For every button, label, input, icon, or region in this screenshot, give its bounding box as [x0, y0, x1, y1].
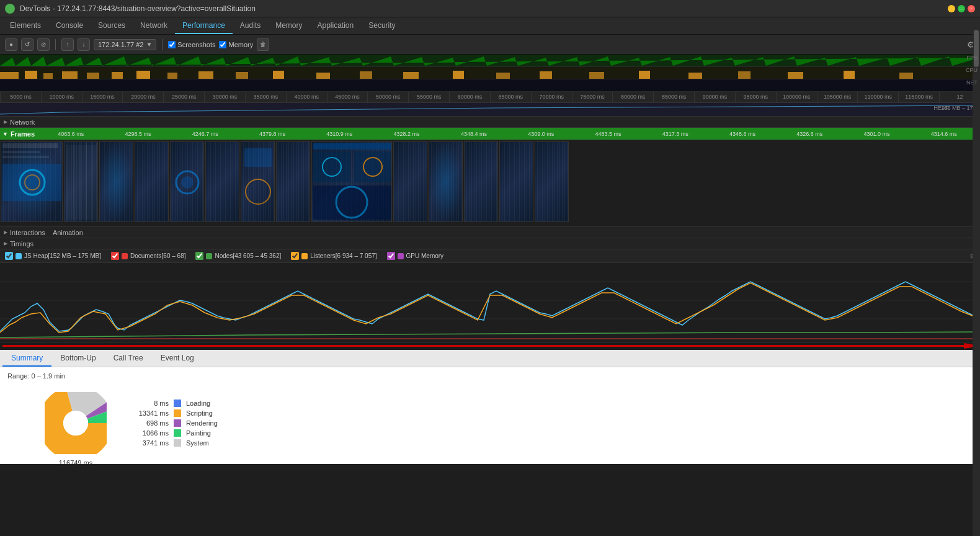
fps-graph	[0, 55, 980, 66]
tab-console[interactable]: Console	[48, 17, 91, 34]
frames-header: ▼ Frames 4063.6 ms 4298.5 ms 4246.7 ms 4…	[0, 128, 980, 140]
tab-event-log[interactable]: Event Log	[152, 350, 203, 367]
performance-area: FPS	[0, 55, 980, 249]
svg-rect-26	[0, 79, 980, 91]
net-graph	[0, 79, 980, 91]
timings-collapse-icon: ▶	[4, 241, 7, 246]
heap-graph	[0, 103, 980, 116]
frame-time-3: 4379.8 ms	[259, 131, 285, 137]
network-label: Network	[10, 118, 35, 126]
legend-loading: 8 ms Loading	[131, 400, 218, 407]
svg-rect-10	[198, 71, 213, 79]
tab-call-tree[interactable]: Call Tree	[105, 350, 152, 367]
svg-rect-7	[112, 72, 123, 79]
legend-rendering: 698 ms Rendering	[131, 419, 218, 427]
legend-jsheap[interactable]: JS Heap[152 MB – 175 MB]	[5, 252, 101, 260]
close-button[interactable]: ×	[968, 5, 975, 12]
tab-audits[interactable]: Audits	[233, 17, 268, 34]
animation-label: Animation	[53, 229, 83, 236]
frame-time-11: 4326.6 ms	[796, 131, 822, 137]
bottom-content: Range: 0 – 1.9 min 116749 ms	[0, 367, 980, 464]
clear-button[interactable]: ⊘	[37, 38, 50, 51]
frame-2	[99, 141, 133, 222]
tab-network[interactable]: Network	[133, 17, 175, 34]
frame-time-0: 4063.6 ms	[58, 131, 84, 137]
summary-legend: 8 ms Loading 13341 ms Scripting 698 ms R…	[131, 400, 218, 447]
system-color	[174, 439, 181, 447]
frame-12	[499, 141, 533, 222]
scrollbar-thumb[interactable]	[974, 30, 979, 67]
fps-row: FPS	[0, 55, 980, 67]
record-button[interactable]: ●	[5, 38, 17, 51]
bottom-panel: Summary Bottom-Up Call Tree Event Log Ra…	[0, 350, 980, 464]
tab-bottom-up[interactable]: Bottom-Up	[51, 350, 104, 367]
svg-rect-8	[136, 71, 150, 79]
frame-11	[464, 141, 498, 222]
listeners-color	[301, 253, 308, 259]
upload-button[interactable]: ↑	[61, 38, 74, 51]
tab-sources[interactable]: Sources	[91, 17, 133, 34]
bottom-tabs: Summary Bottom-Up Call Tree Event Log	[0, 350, 980, 367]
screenshots-checkbox[interactable]: Screenshots	[168, 41, 215, 48]
documents-color	[122, 253, 128, 259]
download-button[interactable]: ↓	[78, 38, 90, 51]
fps-label: FPS	[966, 55, 978, 61]
trash-button[interactable]: 🗑	[257, 38, 269, 51]
frame-time-2: 4246.7 ms	[192, 131, 218, 137]
svg-point-43	[246, 179, 270, 204]
frame-5	[205, 141, 239, 222]
svg-rect-9	[167, 73, 177, 79]
toolbar-separator	[55, 39, 56, 50]
svg-rect-18	[540, 71, 552, 79]
svg-rect-44	[313, 143, 391, 150]
frame-3	[135, 141, 169, 222]
legend-scripting: 13341 ms Scripting	[131, 409, 218, 417]
toolbar-separator-2	[162, 39, 163, 50]
legend-nodes[interactable]: Nodes[43 605 – 45 362]	[195, 252, 281, 260]
memory-svg	[0, 263, 980, 342]
tab-summary[interactable]: Summary	[2, 350, 51, 367]
frame-time-12: 4301.0 ms	[864, 131, 890, 137]
gpu-color	[398, 253, 404, 259]
cpu-graph	[0, 67, 980, 79]
frame-7	[276, 141, 310, 222]
svg-rect-11	[236, 72, 248, 79]
frames-section-label: Frames	[11, 130, 35, 138]
svg-point-63	[63, 411, 88, 436]
tab-performance[interactable]: Performance	[175, 17, 233, 34]
minimize-button[interactable]: –	[948, 5, 955, 12]
scrollbar[interactable]	[973, 17, 980, 536]
toolbar: ● ↺ ⊘ ↑ ↓ 172.24.1.77 #2 ▼ Screenshots M…	[0, 35, 980, 55]
red-arrow-bar	[0, 342, 980, 350]
network-row[interactable]: ▶ Network	[0, 117, 980, 128]
tab-elements[interactable]: Elements	[2, 17, 48, 34]
svg-point-41	[181, 176, 194, 189]
legend-listeners[interactable]: Listeners[6 934 – 7 057]	[291, 252, 376, 260]
timeline-ruler-1: 5000 ms 10000 ms 15000 ms 20000 ms 25000…	[0, 92, 980, 103]
loading-color	[174, 400, 181, 407]
frame-time-10: 4348.6 ms	[729, 131, 755, 137]
reload-button[interactable]: ↺	[21, 38, 33, 51]
cpu-label: CPU	[966, 67, 978, 73]
tab-security[interactable]: Security	[361, 17, 403, 34]
network-collapse-icon: ▶	[4, 119, 7, 125]
svg-rect-49	[313, 185, 391, 220]
legend-documents[interactable]: Documents[60 – 68]	[111, 252, 186, 260]
title-bar: DevTools - 172.24.1.77:8443/situation-ov…	[0, 0, 980, 17]
tab-memory[interactable]: Memory	[268, 17, 310, 34]
svg-rect-21	[688, 73, 702, 79]
memory-checkbox[interactable]: Memory	[219, 41, 253, 48]
svg-rect-29	[2, 151, 40, 153]
svg-rect-5	[62, 71, 78, 79]
legend-gpu[interactable]: GPU Memory	[387, 252, 444, 260]
frame-0	[1, 141, 63, 222]
tab-application[interactable]: Application	[310, 17, 362, 34]
svg-rect-4	[43, 73, 53, 79]
interactions-row[interactable]: ▶ Interactions Animation	[0, 227, 980, 238]
pie-svg	[45, 392, 107, 454]
scripting-color	[174, 409, 181, 417]
timings-row[interactable]: ▶ Timings	[0, 238, 980, 249]
maximize-button[interactable]: □	[958, 5, 965, 12]
dropdown-arrow[interactable]: ▼	[146, 41, 152, 48]
svg-rect-45	[313, 151, 350, 182]
